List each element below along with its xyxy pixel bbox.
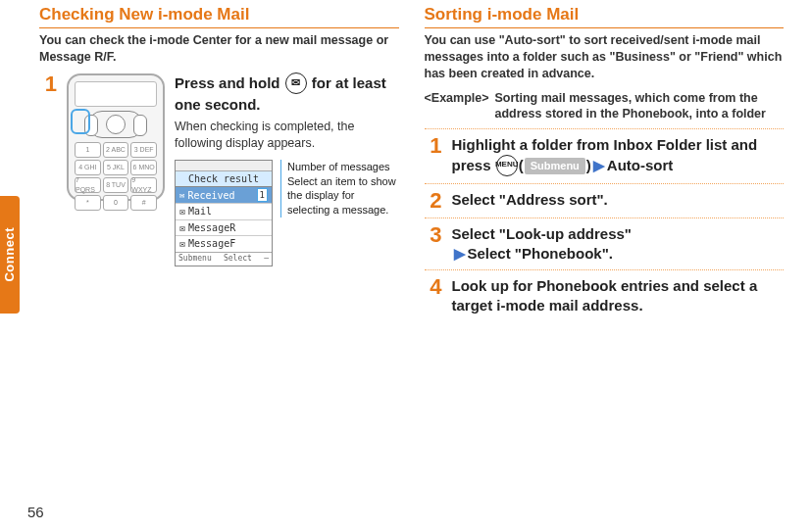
step-number: 2 [425, 190, 442, 212]
step-number: 1 [425, 135, 442, 176]
left-heading: Checking New i-mode Mail [39, 4, 399, 28]
left-intro: You can check the i-mode Center for a ne… [39, 32, 399, 66]
result-row: ✉MessageR [176, 219, 272, 236]
step-number: 3 [425, 224, 442, 265]
callout-line1: Number of messages [287, 160, 399, 174]
right-intro: You can use "Auto-sort" to sort received… [425, 32, 785, 82]
phone-screen [75, 81, 157, 107]
mail-key-icon: ✉ [285, 73, 307, 94]
right-column: Sorting i-mode Mail You can use "Auto-so… [425, 4, 785, 316]
key: 0 [103, 195, 129, 211]
divider [425, 218, 785, 218]
key: # [130, 195, 157, 211]
result-group: Check result ✉ Received 1 ✉Mail ✉Message… [175, 160, 399, 266]
step-body: 1 2 ABC 3 DEF 4 GHI 5 JKL 6 MNO 7 PQRS 8… [67, 73, 399, 266]
step4-text: Look up for Phonebook entries and select… [452, 276, 785, 316]
result-row: ✉Mail [176, 203, 272, 219]
example-text: Sorting mail messages, which come from t… [495, 90, 784, 123]
softkey-left-label: Submenu [178, 254, 212, 265]
key: 3 DEF [130, 142, 157, 158]
divider [425, 269, 785, 270]
arrow-icon: ▶ [454, 245, 466, 262]
status-bar [176, 161, 272, 171]
text-b: Select "Phonebook". [468, 245, 613, 262]
example-block: <Example> Sorting mail messages, which c… [425, 90, 785, 123]
text-a: Select "Look-up address" [452, 225, 632, 242]
menu-button-icon: MENU [496, 155, 518, 176]
step2-text: Select "Address sort". [452, 190, 785, 212]
page-number: 56 [27, 503, 44, 522]
result-title: Check result [176, 171, 272, 188]
dpad-center [106, 115, 126, 134]
divider [425, 183, 785, 184]
key: 1 [75, 142, 101, 158]
key: 5 JKL [103, 160, 129, 175]
phone-illustration: 1 2 ABC 3 DEF 4 GHI 5 JKL 6 MNO 7 PQRS 8… [67, 73, 165, 201]
step1-text: Press and hold ✉ for at least one second… [175, 73, 399, 266]
mail-key-highlight [71, 109, 90, 134]
key: 2 ABC [103, 142, 129, 158]
step-number: 1 [39, 73, 57, 266]
step3-text: Select "Look-up address" ▶Select "Phoneb… [452, 224, 785, 265]
softkey-center-label: Select [224, 254, 252, 265]
key: 6 MNO [130, 160, 157, 175]
softkey-right [133, 115, 147, 136]
side-tab-label: Connect [1, 227, 19, 282]
envelope-icon: ✉ [179, 189, 184, 201]
row-label: MessageR [188, 221, 235, 235]
check-result-screen: Check result ✉ Received 1 ✉Mail ✉Message… [175, 160, 273, 266]
key: * [75, 195, 101, 211]
divider [425, 128, 785, 129]
step1-content: 1 2 ABC 3 DEF 4 GHI 5 JKL 6 MNO 7 PQRS 8… [67, 73, 399, 266]
step1-title: Press and hold ✉ for at least one second… [175, 73, 399, 115]
envelope-icon: ✉ [179, 205, 185, 218]
left-step-1: 1 1 2 ABC [39, 73, 399, 266]
right-step-2: 2 Select "Address sort". [425, 190, 785, 212]
phone-keypad: 1 2 ABC 3 DEF 4 GHI 5 JKL 6 MNO 7 PQRS 8… [75, 142, 157, 211]
result-callout: Number of messages Select an item to sho… [280, 160, 399, 218]
step1-text: Highlight a folder from Inbox Folder lis… [452, 135, 785, 176]
arrow-icon: ▶ [593, 157, 605, 173]
key: 4 GHI [75, 160, 101, 175]
submenu-badge: Submenu [525, 158, 585, 174]
side-tab: Connect [0, 196, 20, 314]
phone-dpad [88, 111, 143, 138]
message-count: 1 [257, 188, 268, 202]
softkey-bar: Submenu Select — [176, 252, 272, 266]
text-b: Auto-sort [607, 157, 674, 173]
result-selected-row: ✉ Received 1 [176, 187, 272, 203]
envelope-icon: ✉ [179, 237, 185, 251]
result-row: ✉MessageF [176, 235, 272, 252]
key: 7 PQRS [75, 177, 101, 193]
right-heading: Sorting i-mode Mail [425, 4, 785, 28]
right-step-3: 3 Select "Look-up address" ▶Select "Phon… [425, 224, 785, 265]
row-label: MessageF [188, 237, 235, 251]
paren-close: ) [586, 157, 591, 173]
row-label: Mail [188, 205, 212, 218]
result-row-label: Received [187, 189, 234, 203]
right-step-4: 4 Look up for Phonebook entries and sele… [425, 276, 785, 316]
envelope-icon: ✉ [179, 221, 185, 235]
paren-open: ( [519, 157, 524, 173]
step-number: 4 [425, 276, 442, 316]
title-part-a: Press and hold [175, 74, 284, 91]
key: 9 WXYZ [130, 177, 157, 193]
step1-sub: When checking is completed, the followin… [175, 119, 399, 152]
right-step-1: 1 Highlight a folder from Inbox Folder l… [425, 135, 785, 176]
softkey-right-label: — [264, 254, 269, 265]
page-content: Checking New i-mode Mail You can check t… [0, 0, 811, 316]
callout-line2: Select an item to show the display for s… [287, 174, 399, 218]
example-label: <Example> [425, 90, 489, 123]
key: 8 TUV [103, 177, 129, 193]
left-column: Checking New i-mode Mail You can check t… [39, 4, 399, 316]
